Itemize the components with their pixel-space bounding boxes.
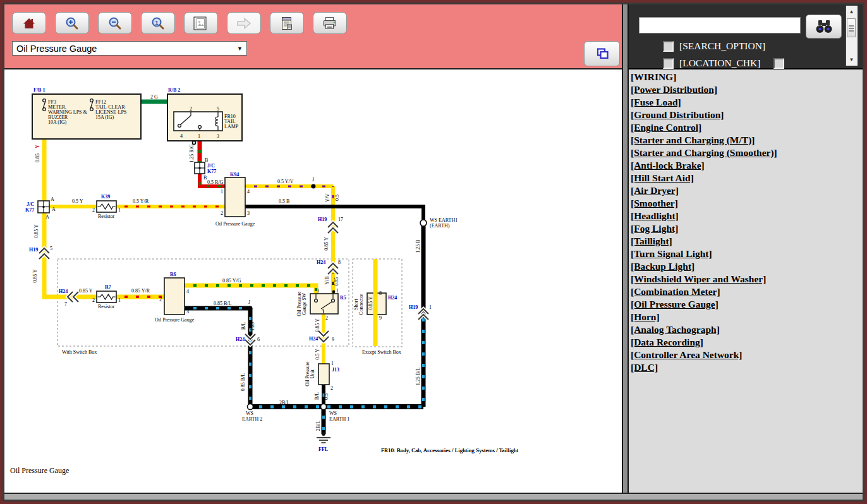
diagram-label: R/B 2 (168, 87, 180, 93)
document-view-button[interactable] (270, 12, 304, 34)
diagram-label: 0.5 (334, 195, 340, 201)
search-button[interactable] (806, 15, 842, 39)
cascade-windows-button[interactable] (584, 41, 620, 66)
wiring-links: [Power Distribution][Fuse Load][Ground D… (631, 83, 863, 374)
app-window: 1 Oil Pressure Gauge ▼ F/B 1R/B 2FF3METE… (0, 0, 867, 504)
diagram-label: H24 (236, 337, 245, 342)
diagram-pane: 1 Oil Pressure Gauge ▼ F/B 1R/B 2FF3METE… (4, 4, 622, 493)
scrollbar-thumb[interactable] (847, 18, 856, 37)
scroll-up-icon[interactable]: ▲ (847, 8, 856, 15)
cascade-windows-icon (595, 47, 610, 60)
component-box (310, 294, 338, 314)
wiring-link-fog-light[interactable]: [Fog Light] (631, 222, 678, 235)
search-option-checkbox[interactable] (663, 41, 674, 52)
wiring-link-anti-lock-brake[interactable]: [Anti-lock Brake] (631, 159, 705, 172)
diagram-label: 0.5 R/G (207, 179, 224, 185)
diagram-label: 2 (92, 297, 95, 303)
search-panel-scrollbar[interactable]: ▲ ▼ (846, 6, 858, 66)
bottom-scrollbar[interactable] (4, 493, 863, 500)
zoom-actual-button[interactable]: 1 (141, 12, 175, 34)
diagram-label: 0.5 Y (72, 198, 83, 204)
fit-page-button[interactable] (184, 12, 218, 34)
scroll-down-icon[interactable]: ▼ (847, 56, 856, 63)
zoom-out-button[interactable] (98, 12, 132, 34)
diagram-label: 0.85 Y (368, 296, 373, 310)
wiring-link-smoother[interactable]: [Smoother] (631, 197, 678, 210)
wiring-diagram-canvas[interactable]: F/B 1R/B 2FF3METER,WARNING LPS &BUZZER10… (4, 69, 622, 493)
diagram-label: B/L (314, 392, 320, 400)
diagram-label: 1 (221, 189, 223, 195)
diagram-label: 4 (186, 289, 189, 294)
document-icon (280, 16, 294, 30)
wiring-link-oil-pressure-gauge[interactable]: [Oil Pressure Gauge] (631, 298, 718, 311)
wire (44, 213, 98, 297)
wiring-link-taillight[interactable]: [Taillight] (631, 235, 672, 248)
print-button[interactable] (313, 12, 347, 34)
diagram-label: 0.85 Y (33, 224, 39, 238)
wiring-link-windshield-wiper-and-washer[interactable]: [Windshield Wiper and Washer] (631, 273, 766, 285)
wiring-link-analog-tachograph[interactable]: [Analog Tachograph] (631, 323, 720, 336)
location-chk-extra-checkbox[interactable] (773, 58, 784, 69)
diagram-label: 1 (118, 297, 121, 303)
diagram-label: 3 (247, 210, 250, 216)
diagram-label: J (248, 299, 250, 305)
diagram-label: LAMP (224, 124, 239, 129)
diagram-label: 6 (257, 337, 260, 342)
diagram-label: Y (35, 145, 40, 148)
wiring-link-hill-start-aid[interactable]: [Hill Start Aid] (631, 172, 694, 184)
diagram-label: 10A (IG) (48, 119, 66, 125)
wiring-link-data-recording[interactable]: [Data Recording] (631, 336, 703, 349)
zoom-in-button[interactable] (55, 12, 89, 34)
home-button[interactable] (12, 12, 46, 34)
diagram-label: B/L (241, 322, 246, 330)
diagram-wires (44, 102, 423, 434)
diagram-label: H24 (388, 295, 397, 301)
diagram-label: 0.5 Y/R (133, 198, 149, 204)
wiring-link-controller-area-network[interactable]: [Controller Area Network] (631, 349, 743, 361)
wiring-link-horn[interactable]: [Horn] (631, 311, 660, 323)
pane-separator[interactable] (622, 4, 629, 493)
wiring-link-backup-light[interactable]: [Backup Light] (631, 260, 694, 273)
diagram-labels: F/B 1R/B 2FF3METER,WARNING LPS &BUZZER10… (25, 87, 519, 453)
wiring-link-dlc[interactable]: [DLC] (631, 361, 658, 374)
toolbar: 1 Oil Pressure Gauge ▼ (4, 4, 622, 69)
diagram-label: 2 (221, 210, 223, 216)
printer-icon (322, 16, 337, 30)
wiring-link-air-dryer[interactable]: [Air Dryer] (631, 184, 679, 197)
wiring-link-ground-distribution[interactable]: [Ground Distribution] (631, 109, 724, 121)
diagram-label: 1 (336, 288, 339, 294)
wiring-link-combination-meter[interactable]: [Combination Meter] (631, 285, 720, 298)
diagram-label: 1.25 B/L (415, 368, 421, 386)
component-box (164, 278, 185, 315)
diagram-label: A (45, 214, 49, 220)
location-chk-checkbox[interactable] (663, 58, 674, 69)
diagram-label: 0.85 (35, 153, 40, 162)
wiring-link-starter-and-charging-smoother-[interactable]: [Starter and Charging (Smoother)] (631, 147, 777, 159)
wiring-heading: [WIRING] (631, 71, 863, 83)
diagram-label: FFL (318, 447, 328, 452)
diagram-label: 4 (247, 189, 250, 195)
diagram-label: Unit (310, 369, 315, 378)
forward-button[interactable] (227, 12, 261, 34)
wiring-link-starter-and-charging-m-t-[interactable]: [Starter and Charging (M/T)] (631, 134, 755, 147)
diagram-label: 2B/L (315, 421, 321, 431)
diagram-label: Y/B (324, 276, 330, 284)
diagram-label: Oil Pressure Gauge (215, 221, 255, 227)
diagram-label: 0.85 Y/G (222, 278, 241, 284)
search-panel: [SEARCH_OPTION] [LOCATION_CHK] ▲ ▼ (629, 4, 863, 69)
diagram-label: Gauge SW (301, 292, 307, 315)
wiring-link-turn-signal-light[interactable]: [Turn Signal Light] (631, 248, 712, 260)
wiring-link-power-distribution[interactable]: [Power Distribution] (631, 83, 717, 96)
wiring-link-engine-control[interactable]: [Engine Control] (631, 121, 701, 134)
diagram-label: 1 (429, 304, 432, 310)
diagram-label: 2 (325, 315, 328, 321)
diagram-label: 1.25 (250, 322, 255, 331)
diagram-select[interactable]: Oil Pressure Gauge ▼ (12, 41, 247, 56)
wiring-link-fuse-load[interactable]: [Fuse Load] (631, 96, 681, 109)
diagram-label: 1.25 R/G (189, 144, 195, 163)
search-input[interactable] (639, 17, 801, 33)
diagram-label: H24 (317, 260, 325, 265)
diagram-label: B (203, 175, 207, 181)
diagram-label: 4 (180, 133, 183, 139)
wiring-link-headlight[interactable]: [Headlight] (631, 210, 679, 222)
